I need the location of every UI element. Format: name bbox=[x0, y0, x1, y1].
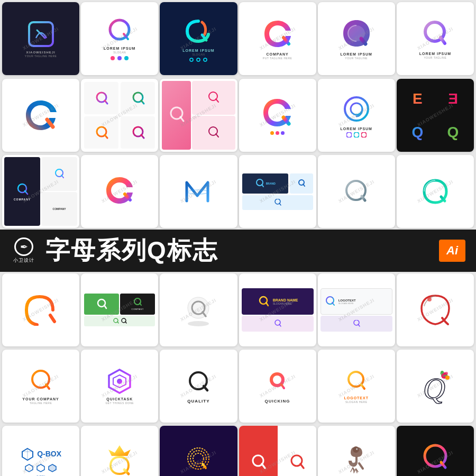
logo-business-layout: LOGOTEXT SLOGAN HERE bbox=[318, 273, 395, 346]
logo-calli-q bbox=[419, 291, 452, 328]
logo-card-3[interactable]: XIAOWEISHEJI LOREM IPSUM SLOGAN bbox=[160, 2, 237, 75]
svg-point-3 bbox=[111, 56, 115, 60]
svg-point-7 bbox=[190, 58, 193, 61]
logo-card-22[interactable]: XIAOWEISHEJI BRAND NAME SLOGAN HERE bbox=[239, 273, 316, 346]
logo-orange-3d bbox=[104, 175, 135, 209]
svg-line-35 bbox=[25, 191, 28, 194]
business-cards-layout: BRAND bbox=[239, 155, 316, 228]
logo-card-6[interactable]: XIAOWEISHEJI LOREM IPSUM YOUR TAGLINE bbox=[397, 2, 474, 75]
logo-tagline-2: SLOGAN bbox=[113, 51, 126, 54]
logo-card-16[interactable]: XIAOWEISHEJI BRAND bbox=[239, 155, 316, 228]
logo-quality-dark bbox=[419, 441, 452, 474]
svg-line-14 bbox=[141, 100, 144, 104]
svg-point-25 bbox=[274, 110, 280, 115]
logo-label-5: LOREM IPSUM bbox=[341, 52, 372, 56]
pink-cards bbox=[160, 79, 237, 152]
svg-point-65 bbox=[427, 297, 432, 301]
brand-card-dark: BRAND NAME SLOGAN HERE bbox=[242, 288, 314, 315]
svg-point-26 bbox=[270, 131, 274, 135]
logo-floral-q: Q bbox=[419, 368, 452, 404]
logo-label-4: COMPANY bbox=[266, 52, 288, 56]
logo-tagline-26: GET THINGS DONE bbox=[105, 401, 134, 405]
multi-item-2 bbox=[121, 82, 155, 114]
logo-card-31[interactable]: XIAOWEISHEJI Q-BOX Q-BOX bbox=[2, 426, 79, 476]
bc-row-top: BRAND bbox=[242, 173, 313, 194]
logo-card-2[interactable]: XIAOWEISHEJI LOREM IPSUM SLOGAN bbox=[81, 2, 158, 75]
page-wrapper: XIAOWEISHEJI XIAOWEISHEJI YOUR TAGLINE H… bbox=[0, 0, 476, 476]
red-block-layout bbox=[239, 426, 316, 476]
logo-tagline-4: PUT TAGLINE HERE bbox=[263, 57, 292, 60]
logo-quality bbox=[183, 369, 214, 397]
logo-tagline-29: SLOGAN HERE bbox=[345, 400, 368, 404]
logo-card-26[interactable]: XIAOWEISHEJI QuickTask GET THINGS DONE bbox=[81, 350, 158, 423]
logo-q-geometric bbox=[26, 20, 56, 49]
logo-card-23[interactable]: XIAOWEISHEJI LOGOTEXT SLOGAN HERE bbox=[318, 273, 395, 346]
svg-line-22 bbox=[216, 99, 218, 102]
logo-tagline-25: TAGLINE HERE bbox=[30, 401, 52, 405]
gb-bottom bbox=[84, 316, 155, 326]
bc-light bbox=[290, 173, 313, 194]
logo-card-29[interactable]: XIAOWEISHEJI LOGOTEXT SLOGAN HERE bbox=[318, 350, 395, 423]
svg-point-94 bbox=[357, 448, 358, 450]
logo-bc-top: LOGOTEXT SLOGAN HERE bbox=[321, 288, 392, 315]
svg-line-64 bbox=[358, 324, 360, 326]
logo-card-19[interactable]: XIAOWEISHEJI bbox=[2, 273, 79, 346]
logo-dots-3 bbox=[189, 58, 207, 62]
logo-card-32[interactable]: XIAOWEISHEJI BRAND bbox=[81, 426, 158, 476]
logo-card-11[interactable]: XIAOWEISHEJI LOREM IPSUM bbox=[318, 79, 395, 152]
dark-card-left: COMPANY bbox=[4, 157, 40, 226]
logo-card-15[interactable]: XIAOWEISHEJI bbox=[160, 155, 237, 228]
dark-card-layout: COMPANY COMPANY bbox=[2, 155, 79, 228]
logo-card-7[interactable]: XIAOWEISHEJI bbox=[2, 79, 79, 152]
logo-card-10[interactable]: XIAOWEISHEJI bbox=[239, 79, 316, 152]
svg-line-47 bbox=[104, 305, 106, 308]
logo-card-24[interactable]: XIAOWEISHEJI bbox=[397, 273, 474, 346]
logo-circle-simple bbox=[342, 177, 371, 206]
banner: ✒ 小卫设计 字母系列Q标志 Ai bbox=[0, 230, 476, 272]
pen-icon: ✒ bbox=[14, 237, 33, 256]
logo-card-21[interactable]: XIAOWEISHEJI bbox=[160, 273, 237, 346]
svg-marker-83 bbox=[37, 464, 44, 472]
logo-card-36[interactable]: XIAOWEISHEJI QUALITY YOUR SLOGAN bbox=[397, 426, 474, 476]
logo-card-25[interactable]: XIAOWEISHEJI YOUR COMPANY TAGLINE HERE bbox=[2, 350, 79, 423]
svg-marker-84 bbox=[49, 464, 56, 472]
logo-quail bbox=[339, 442, 373, 476]
svg-point-78 bbox=[445, 372, 448, 375]
logo-card-28[interactable]: XIAOWEISHEJI Quicking bbox=[239, 350, 316, 423]
logo-card-12[interactable]: XIAOWEISHEJI E E Q Q bbox=[397, 79, 474, 152]
logo-label-11: LOREM IPSUM bbox=[341, 127, 372, 131]
svg-point-33 bbox=[361, 132, 367, 138]
logo-q-minimal-purple bbox=[420, 18, 450, 50]
svg-point-76 bbox=[445, 376, 450, 380]
logo-card-33[interactable]: XIAOWEISHEJI COMPANY NAME bbox=[160, 426, 237, 476]
logo-tagline-1: YOUR TAGLINE HERE bbox=[25, 54, 57, 58]
logo-card-34[interactable]: XIAOWEISHEJI bbox=[239, 426, 316, 476]
svg-point-31 bbox=[346, 132, 352, 138]
logo-card-8[interactable]: XIAOWEISHEJI bbox=[81, 79, 158, 152]
svg-line-40 bbox=[262, 185, 263, 187]
logo-shadow-q bbox=[182, 293, 214, 327]
logo-card-5[interactable]: XIAOWEISHEJI LOREM IPSUM YOUR TAGLINE bbox=[318, 2, 395, 75]
multi-grid bbox=[81, 79, 158, 152]
logo-tagline-6: YOUR TAGLINE bbox=[424, 56, 447, 59]
logo-card-18[interactable]: XIAOWEISHEJI bbox=[397, 155, 474, 228]
logo-card-1[interactable]: XIAOWEISHEJI XIAOWEISHEJI YOUR TAGLINE H… bbox=[2, 2, 79, 75]
row-4: XIAOWEISHEJI XIAOWEISHEJI bbox=[0, 272, 476, 348]
row-3: XIAOWEISHEJI COMPANY COMPANY XIAOWEISH bbox=[0, 153, 476, 230]
logo-card-20[interactable]: XIAOWEISHEJI COMPANY bbox=[81, 273, 158, 346]
logo-card-35[interactable]: XIAOWEISHEJI QUAIL bbox=[318, 426, 395, 476]
logo-label-27: QUALITY bbox=[187, 399, 209, 404]
logo-card-9[interactable]: XIAOWEISHEJI bbox=[160, 79, 237, 152]
brand-card-light bbox=[242, 316, 314, 332]
bc-dark: BRAND bbox=[242, 173, 288, 194]
logo-card-14[interactable]: XIAOWEISHEJI bbox=[81, 155, 158, 228]
logo-card-30[interactable]: XIAOWEISHEJI Q bbox=[397, 350, 474, 423]
multi-item-1 bbox=[84, 82, 118, 114]
logo-card-4[interactable]: XIAOWEISHEJI COMPANY PUT TAGLINE HERE bbox=[239, 2, 316, 75]
logo-card-13[interactable]: XIAOWEISHEJI COMPANY COMPANY bbox=[2, 155, 79, 228]
svg-point-54 bbox=[188, 321, 209, 326]
logo-card-17[interactable]: XIAOWEISHEJI bbox=[318, 155, 395, 228]
logo-dots bbox=[111, 56, 129, 60]
logo-card-27[interactable]: XIAOWEISHEJI QUALITY bbox=[160, 350, 237, 423]
logo-circle-at bbox=[341, 93, 372, 125]
